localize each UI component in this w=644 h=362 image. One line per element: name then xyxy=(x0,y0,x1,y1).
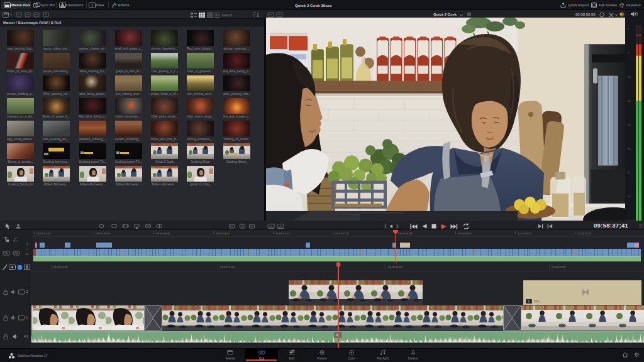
svg-text:T: T xyxy=(91,3,94,8)
svg-text:2.0: 2.0 xyxy=(14,239,18,243)
